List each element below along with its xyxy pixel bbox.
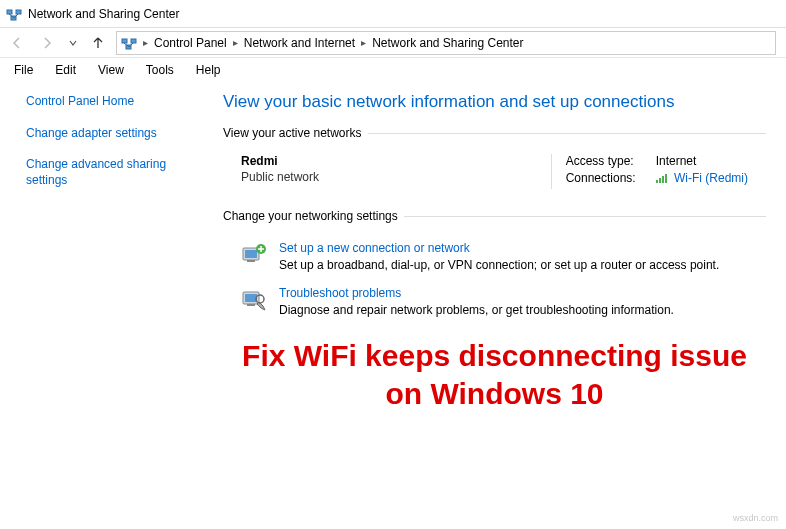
svg-rect-11 <box>659 178 661 183</box>
troubleshoot-item: Troubleshoot problems Diagnose and repai… <box>223 282 766 327</box>
forward-button <box>34 31 60 55</box>
main-panel: View your basic network information and … <box>215 82 786 529</box>
menu-tools[interactable]: Tools <box>136 61 184 79</box>
troubleshoot-link[interactable]: Troubleshoot problems <box>279 286 674 300</box>
active-networks-label: View your active networks <box>223 126 362 140</box>
arrow-up-icon <box>90 35 106 51</box>
network-identity: Redmi Public network <box>241 154 537 189</box>
divider <box>368 133 766 134</box>
network-center-icon <box>121 35 137 51</box>
chevron-right-icon[interactable]: ▸ <box>231 37 240 48</box>
breadcrumb-network-sharing[interactable]: Network and Sharing Center <box>368 36 527 50</box>
network-details: Access type: Internet Connections: Wi-Fi… <box>566 154 748 189</box>
vertical-divider <box>551 154 552 189</box>
active-network-row: Redmi Public network Access type: Intern… <box>223 154 766 209</box>
access-type-value: Internet <box>656 154 697 168</box>
up-button[interactable] <box>86 31 110 55</box>
breadcrumb[interactable]: ▸ Control Panel ▸ Network and Internet ▸… <box>116 31 776 55</box>
menu-file[interactable]: File <box>4 61 43 79</box>
caption-banner: Fix WiFi keeps disconnecting issue on Wi… <box>223 337 766 412</box>
svg-rect-0 <box>7 10 12 14</box>
svg-rect-20 <box>247 304 255 306</box>
troubleshoot-icon <box>241 286 269 314</box>
svg-rect-16 <box>247 260 255 262</box>
titlebar: Network and Sharing Center <box>0 0 786 28</box>
chevron-right-icon[interactable]: ▸ <box>141 37 150 48</box>
wifi-signal-icon <box>656 172 668 186</box>
content-area: Control Panel Home Change adapter settin… <box>0 82 786 529</box>
connection-link[interactable]: Wi-Fi (Redmi) <box>674 171 748 185</box>
network-center-icon <box>6 6 22 22</box>
menu-help[interactable]: Help <box>186 61 231 79</box>
menubar: File Edit View Tools Help <box>0 58 786 82</box>
page-heading: View your basic network information and … <box>223 92 766 112</box>
back-button <box>4 31 30 55</box>
svg-rect-15 <box>245 250 257 258</box>
history-dropdown-button[interactable] <box>64 31 82 55</box>
arrow-right-icon <box>39 35 55 51</box>
change-settings-label: Change your networking settings <box>223 209 398 223</box>
network-name: Redmi <box>241 154 537 168</box>
menu-view[interactable]: View <box>88 61 134 79</box>
svg-rect-6 <box>131 39 136 43</box>
sidebar-advanced-link[interactable]: Change advanced sharing settings <box>26 157 203 188</box>
access-type-label: Access type: <box>566 154 656 168</box>
troubleshoot-desc: Diagnose and repair network problems, or… <box>279 303 674 317</box>
change-settings-header: Change your networking settings <box>223 209 766 223</box>
svg-rect-19 <box>245 294 257 302</box>
sidebar-adapter-link[interactable]: Change adapter settings <box>26 126 203 142</box>
window-title: Network and Sharing Center <box>28 7 179 21</box>
setup-connection-icon <box>241 241 269 269</box>
watermark: wsxdn.com <box>733 513 778 523</box>
setup-connection-link[interactable]: Set up a new connection or network <box>279 241 719 255</box>
chevron-down-icon <box>68 38 78 48</box>
navbar: ▸ Control Panel ▸ Network and Internet ▸… <box>0 28 786 58</box>
setup-connection-item: Set up a new connection or network Set u… <box>223 237 766 282</box>
divider <box>404 216 766 217</box>
sidebar-home-link[interactable]: Control Panel Home <box>26 94 203 110</box>
breadcrumb-network-internet[interactable]: Network and Internet <box>240 36 359 50</box>
menu-edit[interactable]: Edit <box>45 61 86 79</box>
sidebar: Control Panel Home Change adapter settin… <box>0 82 215 529</box>
svg-rect-10 <box>656 180 658 183</box>
svg-rect-1 <box>16 10 21 14</box>
svg-rect-5 <box>122 39 127 43</box>
network-type: Public network <box>241 170 537 184</box>
svg-rect-13 <box>665 174 667 183</box>
active-networks-header: View your active networks <box>223 126 766 140</box>
arrow-left-icon <box>9 35 25 51</box>
connections-label: Connections: <box>566 171 656 186</box>
breadcrumb-control-panel[interactable]: Control Panel <box>150 36 231 50</box>
setup-connection-desc: Set up a broadband, dial-up, or VPN conn… <box>279 258 719 272</box>
svg-rect-12 <box>662 176 664 183</box>
chevron-right-icon[interactable]: ▸ <box>359 37 368 48</box>
